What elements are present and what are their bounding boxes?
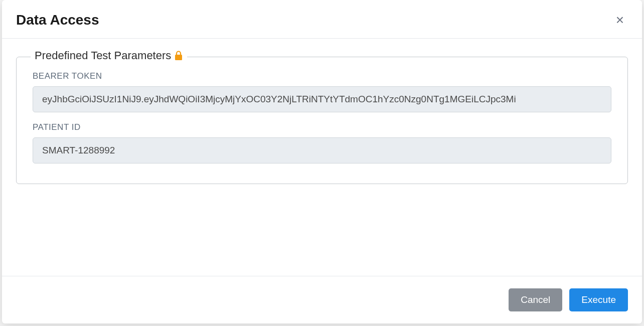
modal-header: Data Access × [2,0,642,39]
close-icon: × [616,13,624,27]
bearer-token-label: BEARER TOKEN [33,71,611,81]
cancel-button[interactable]: Cancel [509,288,562,311]
modal-title: Data Access [16,12,99,28]
close-button[interactable]: × [612,12,628,28]
bearer-token-input[interactable] [33,86,611,112]
execute-button[interactable]: Execute [569,288,628,311]
modal-footer: Cancel Execute [2,276,642,323]
svg-rect-0 [175,55,182,60]
modal-body: Predefined Test Parameters BEARER TOKEN … [2,39,642,276]
patient-id-field-group: PATIENT ID [33,122,611,164]
fieldset-legend: Predefined Test Parameters [31,49,187,62]
legend-text: Predefined Test Parameters [35,49,171,62]
predefined-test-parameters-fieldset: Predefined Test Parameters BEARER TOKEN … [16,57,628,184]
patient-id-input[interactable] [33,137,611,164]
bearer-token-field-group: BEARER TOKEN [33,71,611,112]
patient-id-label: PATIENT ID [33,122,611,132]
data-access-modal: Data Access × Predefined Test Parameters… [2,0,642,323]
lock-icon [174,51,183,61]
